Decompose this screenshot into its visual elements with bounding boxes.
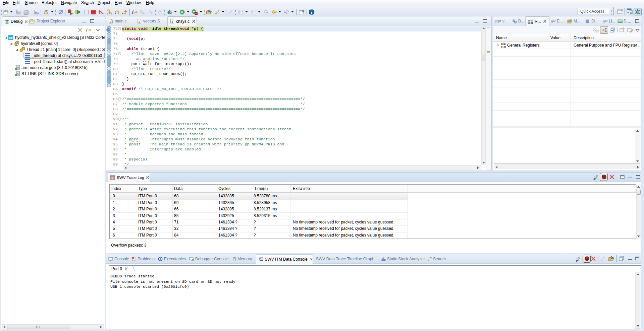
svg-text:x=: x=	[603, 22, 605, 23]
svg-text:.c: .c	[171, 20, 173, 23]
svg-text:.c: .c	[109, 20, 112, 23]
svg-text:.S: .S	[138, 20, 141, 23]
svg-text:IDE: IDE	[9, 37, 13, 40]
svg-text:0101: 0101	[528, 21, 533, 24]
svg-text:0101: 0101	[501, 46, 506, 48]
svg-text:i: i	[132, 10, 133, 15]
svg-text:i: i	[86, 27, 88, 32]
svg-text:010: 010	[35, 12, 39, 14]
svg-text:C: C	[630, 11, 632, 14]
svg-text:x=: x=	[551, 22, 553, 23]
